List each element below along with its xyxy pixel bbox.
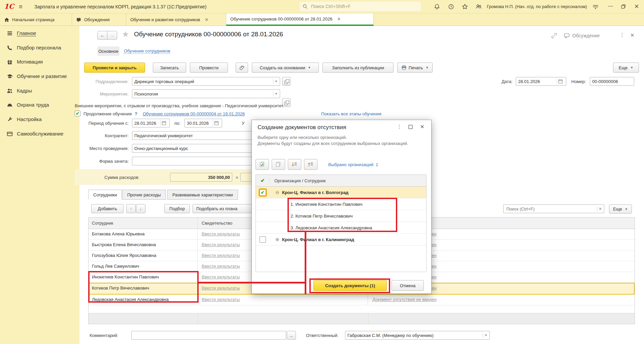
global-search-input[interactable] <box>310 3 406 9</box>
collapse-node-icon[interactable]: ⊖ <box>275 190 279 195</box>
department-field[interactable]: Дирекция торговых операций▼ <box>132 77 280 86</box>
responsible-field[interactable]: Габровская С.М. (Менеджер по обучению)▼ <box>345 331 490 340</box>
close-tab-icon[interactable]: ✕ <box>337 16 341 22</box>
selected-orgs-link[interactable]: Выбрано организаций: 1 <box>328 162 378 167</box>
close-window-button[interactable]: ✕ <box>634 3 639 10</box>
nav-tab-main[interactable]: Основное <box>97 46 120 56</box>
enter-results-link[interactable]: Ввести результаты <box>202 285 240 291</box>
tab-discussions[interactable]: Обсуждения <box>72 13 126 26</box>
sidebar-item-main[interactable]: Главное <box>7 30 36 36</box>
global-search[interactable] <box>300 2 421 11</box>
move-down-button[interactable]: ↓ <box>136 204 145 213</box>
service-menu-icon[interactable] <box>592 4 599 10</box>
calendar-icon[interactable] <box>160 120 167 126</box>
calendar-icon[interactable] <box>213 120 220 126</box>
grid-tab-other-expenses[interactable]: Прочие расходы <box>122 190 166 200</box>
current-user[interactable]: Громова Н.П. (Нач. отд. по работе с перс… <box>487 4 587 9</box>
org-checkbox-checked[interactable]: ✔ <box>260 189 266 196</box>
org-row-volgograd[interactable]: ✔ ⊖ Крон-Ц. Филиал в г. Волгоград <box>256 187 426 198</box>
enter-results-link[interactable]: Ввести результаты <box>202 264 240 269</box>
users-icon[interactable] <box>475 3 482 10</box>
main-menu-icon[interactable]: ≡ <box>19 3 23 10</box>
date-field[interactable]: 28.01.2026 <box>516 77 566 86</box>
enter-results-link[interactable]: Ввести результаты <box>202 297 240 302</box>
cancel-button[interactable]: Отмена <box>392 280 424 291</box>
uncheck-all-button[interactable] <box>272 159 285 170</box>
expand-node-icon[interactable]: ⊕ <box>275 237 279 242</box>
tab-home[interactable]: Начальная страница <box>0 13 72 26</box>
dropdown-icon[interactable]: ▼ <box>483 333 487 338</box>
sidebar-item-training[interactable]: Обучение и развитие <box>7 73 67 79</box>
tab-training-list[interactable]: Обучение и развитие сотрудников ✕ <box>126 13 226 26</box>
sidebar-item-settings[interactable]: Настройка <box>7 116 42 122</box>
check-all-button[interactable] <box>256 159 269 170</box>
favorites-icon[interactable] <box>462 3 468 10</box>
attachments-button[interactable] <box>236 63 248 73</box>
period-to-field[interactable]: 30.01.2026 <box>184 119 222 127</box>
link-icon[interactable] <box>551 32 557 39</box>
sidebar-item-motivation[interactable]: Мотивация <box>7 59 43 65</box>
move-up-button[interactable]: ↑ <box>126 204 136 213</box>
favorite-star-icon[interactable]: ★ <box>122 30 129 39</box>
post-button[interactable]: Провести <box>190 63 228 73</box>
calendar-icon[interactable] <box>557 78 564 85</box>
enter-results-link[interactable]: Ввести результаты <box>202 274 240 279</box>
create-based-on-button[interactable]: Создать на основании▼ <box>252 63 319 73</box>
modal-maximize-icon[interactable] <box>408 124 413 129</box>
sidebar-item-selfservice[interactable]: Самообслуживание <box>7 131 63 137</box>
discussion-icon[interactable] <box>564 33 570 39</box>
notifications-icon[interactable] <box>434 3 440 10</box>
forward-button[interactable]: → <box>107 31 117 40</box>
sidebar-item-hr[interactable]: Кадры <box>7 88 32 94</box>
department-open-button[interactable] <box>282 77 291 86</box>
number-field[interactable]: 00-00000006 <box>590 77 634 86</box>
sidebar-item-safety[interactable]: Охрана труда <box>7 102 49 108</box>
dropdown-icon[interactable]: ▼ <box>273 79 278 84</box>
more-button[interactable]: Еще▼ <box>613 63 639 73</box>
continuation-doc-link[interactable]: Обучение сотрудников 00-00000004 от 19.0… <box>143 111 245 116</box>
enter-results-link[interactable]: Ввести результаты <box>202 253 240 258</box>
show-stages-link[interactable]: Показать все этапы обучения <box>321 111 381 116</box>
comment-expand-button[interactable]: ... <box>287 331 296 340</box>
back-button[interactable]: ← <box>97 31 107 40</box>
comment-input[interactable] <box>131 331 286 340</box>
continuation-checkbox[interactable]: ✔ <box>75 111 80 116</box>
column-header-employee[interactable]: Сотрудник <box>89 218 198 229</box>
absence-doc-link[interactable]: Документ отсутствия не введен <box>372 297 437 302</box>
pick-button[interactable]: Подбор <box>164 204 190 213</box>
save-button[interactable]: Записать <box>153 63 186 73</box>
minimize-button[interactable]: — <box>608 3 613 8</box>
period-from-field[interactable]: 28.01.2026 <box>132 119 170 127</box>
event-field[interactable]: Психология▼ <box>132 89 280 98</box>
print-button[interactable]: Печать▼ <box>397 63 433 73</box>
sidebar-item-recruiting[interactable]: Подбор персонала <box>7 45 61 51</box>
more-dots-icon[interactable]: ⋮ <box>619 32 625 38</box>
org-column-header[interactable]: Организация / Сотрудник <box>270 178 326 183</box>
collapse-all-button[interactable] <box>304 159 317 170</box>
post-and-close-button[interactable]: Провести и закрыть <box>84 63 145 73</box>
help-icon[interactable]: ? <box>135 111 137 116</box>
pick-from-plan-button[interactable]: Подобрать из плана <box>193 204 257 213</box>
grid-search-input[interactable] <box>506 206 591 212</box>
dropdown-icon[interactable]: ▼ <box>273 91 278 97</box>
org-checkbox-unchecked[interactable] <box>260 236 266 243</box>
history-icon[interactable] <box>448 3 454 10</box>
grid-more-button[interactable]: Еще▼ <box>609 204 632 214</box>
nav-link-training[interactable]: Обучение сотрудников <box>124 48 170 54</box>
fill-from-publication-button[interactable]: Заполнить из публикации <box>323 63 394 73</box>
grid-search-field[interactable]: ✕ <box>503 204 604 213</box>
clear-search-icon[interactable]: ✕ <box>597 206 602 212</box>
close-tab-icon[interactable]: ✕ <box>205 17 208 22</box>
close-form-icon[interactable]: ✕ <box>630 32 635 38</box>
restore-button[interactable] <box>620 4 626 9</box>
expand-all-button[interactable] <box>288 159 301 170</box>
sum-field[interactable]: 350 000,00 <box>170 173 232 182</box>
add-row-button[interactable]: Добавить <box>91 204 124 213</box>
discussion-label[interactable]: Обсуждение <box>572 33 600 38</box>
org-row-kaliningrad[interactable]: ⊕ Крон-Ц. Филиал в г. Калининград <box>256 234 426 245</box>
grid-tab-employees[interactable]: Сотрудники <box>88 190 122 200</box>
enter-results-link[interactable]: Ввести результаты <box>202 242 240 247</box>
grid-tab-characteristics[interactable]: Развиваемые характеристики <box>167 190 238 200</box>
tab-training-doc[interactable]: Обучение сотрудников 00-00000006 от 28.0… <box>226 13 374 26</box>
enter-results-link[interactable]: Ввести результаты <box>202 231 240 236</box>
